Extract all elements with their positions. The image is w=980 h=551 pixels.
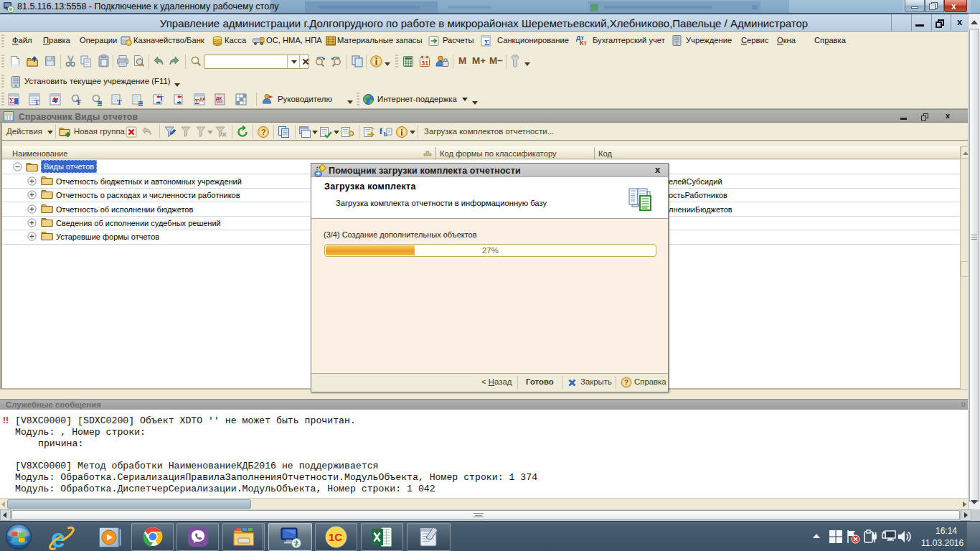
svg-text:1С: 1С bbox=[329, 531, 342, 543]
svg-text:T: T bbox=[76, 98, 81, 106]
svg-text:дк: дк bbox=[216, 95, 222, 101]
svg-text:?: ? bbox=[624, 379, 628, 387]
svg-text:Σ: Σ bbox=[484, 38, 489, 47]
svg-text:?: ? bbox=[261, 128, 266, 136]
svg-text:Σ: Σ bbox=[9, 97, 14, 105]
svg-text:дк: дк bbox=[199, 96, 205, 102]
svg-text:T: T bbox=[117, 98, 122, 106]
svg-text:T: T bbox=[34, 98, 39, 106]
svg-text:T: T bbox=[159, 95, 164, 102]
svg-text:31: 31 bbox=[421, 60, 428, 67]
svg-text:f: f bbox=[380, 126, 383, 136]
